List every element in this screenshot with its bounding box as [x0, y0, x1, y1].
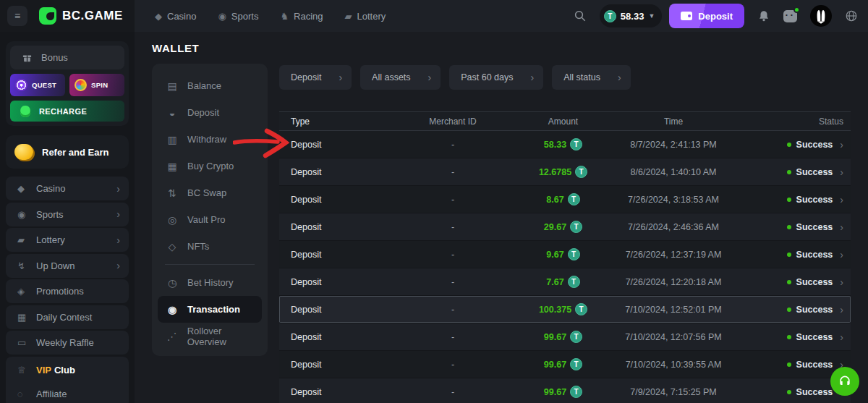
table-row[interactable]: Deposit - 99.67 T 7/10/2024, 12:07:56 PM…: [279, 323, 851, 351]
vip-label-accent: VIP: [36, 365, 51, 376]
tx-merchant-id: -: [388, 332, 518, 342]
status-label: Success: [796, 387, 833, 397]
wallet-menu-item-label: BC Swap: [187, 187, 226, 198]
tether-coin-icon: T: [570, 386, 582, 398]
table-row[interactable]: Deposit - 99.67 T 7/9/2024, 7:15:25 PM S…: [279, 378, 851, 403]
table-row[interactable]: Deposit - 9.67 T 7/26/2024, 12:37:19 AM …: [279, 241, 851, 268]
col-header-type: Type: [279, 116, 388, 127]
wallet-menu-item[interactable]: ◒ Deposit: [158, 99, 262, 126]
wallet-menu-item-icon: ◇: [166, 241, 178, 253]
table-row[interactable]: Deposit - 7.67 T 7/26/2024, 12:20:18 AM …: [279, 268, 851, 296]
bcgame-logo[interactable]: BC.GAME: [39, 7, 123, 25]
table-row[interactable]: Deposit - 100.375 T 7/10/2024, 12:52:01 …: [279, 296, 851, 323]
hamburger-menu-button[interactable]: ≡: [7, 6, 27, 26]
status-dot: [787, 362, 791, 367]
wallet-menu-item-label: NFTs: [187, 241, 209, 252]
refer-and-earn-button[interactable]: Refer and Earn: [6, 135, 129, 169]
wallet-menu-item[interactable]: ▤ Balance: [158, 72, 262, 99]
filter-bar: Deposit › All assets › Past 60 days › Al…: [279, 65, 631, 90]
filter-dropdown[interactable]: Past 60 days ›: [449, 65, 543, 90]
tx-amount-cell: 58.33 T: [518, 138, 608, 150]
filter-dropdown[interactable]: All assets ›: [360, 65, 441, 90]
tx-type: Deposit: [279, 332, 388, 342]
navbar-tab[interactable]: ◉ Sports: [218, 11, 258, 22]
sidebar-menu-item[interactable]: ▰ Lottery ›: [6, 228, 129, 252]
chevron-right-icon: ›: [116, 183, 120, 195]
navbar-tab[interactable]: ◆ Casino: [155, 11, 196, 22]
status-dot: [787, 280, 791, 284]
sidebar-menu-item[interactable]: ◈ Promotions: [6, 279, 129, 303]
col-header-merchant-id: Merchant ID: [388, 116, 518, 127]
table-row[interactable]: Deposit - 12.6785 T 8/6/2024, 1:40:10 AM…: [279, 158, 851, 186]
table-row[interactable]: Deposit - 29.67 T 7/26/2024, 2:46:36 AM …: [279, 213, 851, 241]
wallet-menu-item[interactable]: ▥ Withdraw: [158, 126, 262, 153]
col-header-status: Status: [739, 116, 851, 127]
wallet-menu-item[interactable]: ◇ NFTs: [158, 233, 262, 260]
tether-coin-icon: T: [570, 358, 582, 370]
deposit-button[interactable]: Deposit: [669, 4, 744, 28]
menu-item-label: Up Down: [36, 260, 75, 271]
notifications-bell-icon[interactable]: [757, 9, 770, 22]
support-button[interactable]: [830, 367, 859, 396]
tx-merchant-id: -: [388, 140, 518, 150]
tx-type: Deposit: [279, 140, 388, 150]
status-label: Success: [796, 167, 833, 177]
menu-item-label: Daily Contest: [36, 312, 92, 323]
navbar-tab[interactable]: ▰ Lottery: [345, 11, 386, 22]
bcgame-wallet-page: ≡ BC.GAME ◆ Casino ◉ Sports ♞: [0, 0, 868, 403]
sidebar-menu-item[interactable]: ◉ Sports ›: [6, 203, 129, 226]
table-row[interactable]: Deposit - 8.67 T 7/26/2024, 3:18:53 AM S…: [279, 186, 851, 213]
transactions-table: Type Merchant ID Amount Time Status Depo…: [279, 111, 851, 403]
tx-type: Deposit: [279, 277, 388, 287]
table-row[interactable]: Deposit - 99.67 T 7/10/2024, 10:39:55 AM…: [279, 351, 851, 378]
spin-badge[interactable]: SPIN: [69, 74, 124, 96]
tx-type: Deposit: [279, 167, 388, 177]
table-row[interactable]: Deposit - 58.33 T 8/7/2024, 2:41:13 PM S…: [279, 131, 851, 158]
sidebar-item-affiliate[interactable]: ◌ Affiliate: [6, 382, 129, 403]
wallet-menu-item[interactable]: ◷ Bet History: [158, 269, 262, 296]
status-label: Success: [796, 277, 833, 287]
status-dot: [787, 307, 791, 312]
tx-amount: 29.67: [544, 222, 566, 232]
wallet-menu-item[interactable]: ⇅ BC Swap: [158, 179, 262, 206]
sidebar-menu-item[interactable]: ◆ Casino ›: [6, 177, 129, 200]
filter-dropdown[interactable]: Deposit ›: [279, 65, 352, 90]
sidebar-menu-item[interactable]: ▦ Daily Contest: [6, 305, 129, 329]
recharge-button[interactable]: RECHARGE: [10, 101, 124, 122]
wallet-menu-item[interactable]: ◉ Transaction: [158, 296, 262, 323]
tab-label: Sports: [231, 11, 259, 22]
navbar-tab[interactable]: ♞ Racing: [280, 11, 323, 22]
tx-status: Success ›: [739, 194, 851, 205]
search-icon[interactable]: [574, 9, 587, 22]
filter-dropdown[interactable]: All status ›: [552, 65, 630, 90]
sidebar-menu-item[interactable]: ↯ Up Down ›: [6, 254, 129, 278]
chevron-right-icon: ›: [116, 234, 120, 246]
status-label: Success: [796, 305, 833, 315]
chevron-right-icon: ›: [116, 208, 120, 220]
menu-item-label: Promotions: [36, 286, 84, 297]
wallet-menu-item-label: Vault Pro: [187, 214, 226, 225]
chevron-right-icon: ›: [840, 276, 843, 288]
wallet-menu-item[interactable]: ◎ Vault Pro: [158, 206, 262, 233]
sidebar-item-bonus[interactable]: Bonus: [10, 46, 124, 69]
quest-badge[interactable]: QUEST: [10, 74, 65, 96]
chat-icon[interactable]: [783, 10, 797, 22]
quest-spin-row: QUEST SPIN: [10, 74, 124, 96]
wallet-menu-item[interactable]: ▦ Buy Crypto: [158, 153, 262, 179]
language-globe-icon[interactable]: [845, 9, 858, 22]
top-navbar: ≡ BC.GAME ◆ Casino ◉ Sports ♞: [0, 0, 868, 32]
crown-icon: ♕: [17, 365, 36, 376]
tx-amount-cell: 99.67 T: [518, 386, 608, 398]
wallet-menu-item[interactable]: ⋰ Rollover Overview: [158, 323, 262, 349]
chat-online-dot: [793, 7, 800, 13]
sidebar-item-vip-club[interactable]: ♕ VIP Club: [6, 358, 129, 382]
tx-amount-cell: 9.67 T: [518, 248, 608, 260]
refer-label: Refer and Earn: [42, 147, 109, 158]
bonus-label: Bonus: [41, 52, 68, 63]
user-avatar[interactable]: [810, 5, 832, 27]
menu-item-label: Sports: [36, 209, 64, 220]
tether-coin-icon: T: [570, 221, 582, 233]
sidebar-menu-item[interactable]: ▭ Weekly Raffle: [6, 331, 129, 355]
balance-selector[interactable]: T 58.33 ▼: [600, 4, 662, 27]
menu-item-icon: ↯: [17, 260, 36, 271]
